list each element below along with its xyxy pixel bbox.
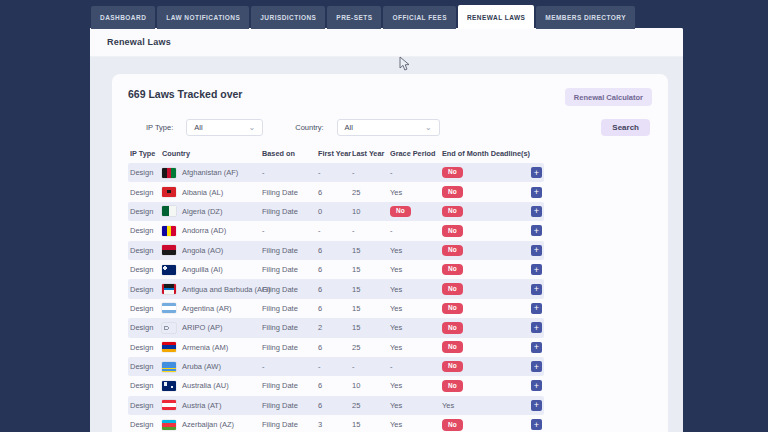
no-badge: No <box>442 322 463 334</box>
panel-header: Renewal Laws <box>90 28 683 57</box>
country-name: ARIPO (AP) <box>182 323 222 332</box>
renewal-calculator-button[interactable]: Renewal Calculator <box>565 88 652 106</box>
country-flag-icon <box>162 226 176 236</box>
cell-actions: + <box>526 284 544 295</box>
cell-ip-type: Design <box>128 226 162 235</box>
expand-row-button[interactable]: + <box>531 225 542 236</box>
expand-row-button[interactable]: + <box>531 303 542 314</box>
cell-based-on: - <box>262 168 318 177</box>
tab-jurisdictions[interactable]: JURISDICTIONS <box>251 6 325 29</box>
table-row: Design Austria (AT) Filing Date 6 25 Yes… <box>128 396 544 415</box>
cell-grace-period: Yes <box>390 401 442 410</box>
expand-row-button[interactable]: + <box>531 284 542 295</box>
cell-first-year: 3 <box>318 420 352 429</box>
expand-row-button[interactable]: + <box>531 167 542 178</box>
cell-last-year: - <box>352 226 390 235</box>
tab-pre-sets[interactable]: PRE-SETS <box>327 6 381 29</box>
cell-last-year: - <box>352 362 390 371</box>
cell-grace-period: - <box>390 362 442 371</box>
cell-last-year: 15 <box>352 246 390 255</box>
expand-row-button[interactable]: + <box>531 361 542 372</box>
country-flag-icon <box>162 400 176 410</box>
tab-dashboard[interactable]: DASHBOARD <box>91 6 155 29</box>
column-ip-type: IP Type <box>128 149 162 158</box>
search-button[interactable]: Search <box>601 119 650 136</box>
cell-last-year: 25 <box>352 343 390 352</box>
expand-row-button[interactable]: + <box>531 400 542 411</box>
expand-row-button[interactable]: + <box>531 245 542 256</box>
country-flag-icon <box>162 381 176 391</box>
cell-actions: + <box>526 400 544 411</box>
no-badge: No <box>390 206 411 218</box>
cell-based-on: Filing Date <box>262 381 318 390</box>
country-flag-icon <box>162 362 176 372</box>
cell-last-year: 15 <box>352 285 390 294</box>
expand-row-button[interactable]: + <box>531 322 542 333</box>
cell-eom-deadline: No <box>442 186 526 198</box>
cell-grace-period: Yes <box>390 246 442 255</box>
cell-actions: + <box>526 245 544 256</box>
cell-actions: + <box>526 322 544 333</box>
country-flag-icon <box>162 187 176 197</box>
cell-last-year: 15 <box>352 323 390 332</box>
cell-eom-deadline: No <box>442 303 526 315</box>
cell-eom-deadline: No <box>442 380 526 392</box>
cell-country: Albania (AL) <box>162 187 262 197</box>
cell-based-on: - <box>262 362 318 371</box>
ip-type-select[interactable]: All ⌄ <box>186 119 263 136</box>
country-name: Argentina (AR) <box>182 304 232 313</box>
cell-country: Anguilla (AI) <box>162 265 262 275</box>
cell-actions: + <box>526 419 544 430</box>
cell-based-on: Filing Date <box>262 207 318 216</box>
cell-country: Andorra (AD) <box>162 226 262 236</box>
no-badge: No <box>442 264 463 276</box>
cell-ip-type: Design <box>128 420 162 429</box>
tab-law-notifications[interactable]: LAW NOTIFICATIONS <box>157 6 249 29</box>
cell-eom-deadline: No <box>442 322 526 334</box>
tab-renewal-laws[interactable]: RENEWAL LAWS <box>458 5 534 29</box>
cell-based-on: Filing Date <box>262 285 318 294</box>
cell-actions: + <box>526 206 544 217</box>
tab-official-fees[interactable]: OFFICIAL FEES <box>383 6 455 29</box>
column-grace-period: Grace Period <box>390 149 442 158</box>
column-eom-deadlines: End of Month Deadline(s) <box>442 149 526 158</box>
country-name: Aruba (AW) <box>182 362 221 371</box>
expand-row-button[interactable]: + <box>531 264 542 275</box>
cell-last-year: 15 <box>352 420 390 429</box>
cell-country: Antigua and Barbuda (AG) <box>162 284 262 294</box>
cell-grace-period: Yes <box>390 265 442 274</box>
table-row: Design ARIPO (AP) Filing Date 2 15 Yes N… <box>128 318 544 337</box>
cell-actions: + <box>526 342 544 353</box>
cell-eom-deadline: No <box>442 245 526 257</box>
expand-row-button[interactable]: + <box>531 342 542 353</box>
cell-first-year: 6 <box>318 188 352 197</box>
country-flag-icon <box>162 265 176 275</box>
cell-first-year: 6 <box>318 381 352 390</box>
table-row: Design Australia (AU) Filing Date 6 10 Y… <box>128 376 544 395</box>
cell-first-year: - <box>318 168 352 177</box>
expand-row-button[interactable]: + <box>531 206 542 217</box>
cell-based-on: Filing Date <box>262 420 318 429</box>
cell-last-year: 10 <box>352 381 390 390</box>
cell-eom-deadline: No <box>442 341 526 353</box>
cell-ip-type: Design <box>128 207 162 216</box>
tab-members-directory[interactable]: MEMBERS DIRECTORY <box>536 6 635 29</box>
cell-grace-period: - <box>390 168 442 177</box>
country-name: Antigua and Barbuda (AG) <box>182 285 270 294</box>
cell-last-year: 15 <box>352 304 390 313</box>
table-row: Design Anguilla (AI) Filing Date 6 15 Ye… <box>128 260 544 279</box>
cell-country: Australia (AU) <box>162 381 262 391</box>
cell-based-on: Filing Date <box>262 265 318 274</box>
expand-row-button[interactable]: + <box>531 419 542 430</box>
cell-grace-period: Yes <box>390 420 442 429</box>
country-name: Algeria (DZ) <box>182 207 222 216</box>
cell-ip-type: Design <box>128 188 162 197</box>
table-row: Design Azerbaijan (AZ) Filing Date 3 15 … <box>128 415 544 432</box>
filter-row: IP Type: All ⌄ Country: All ⌄ Search <box>128 119 652 136</box>
cell-grace-period: Yes <box>390 188 442 197</box>
expand-row-button[interactable]: + <box>531 380 542 391</box>
cell-eom-deadline: No <box>442 206 526 218</box>
expand-row-button[interactable]: + <box>531 187 542 198</box>
no-badge: No <box>442 167 463 179</box>
country-select[interactable]: All ⌄ <box>337 119 440 136</box>
